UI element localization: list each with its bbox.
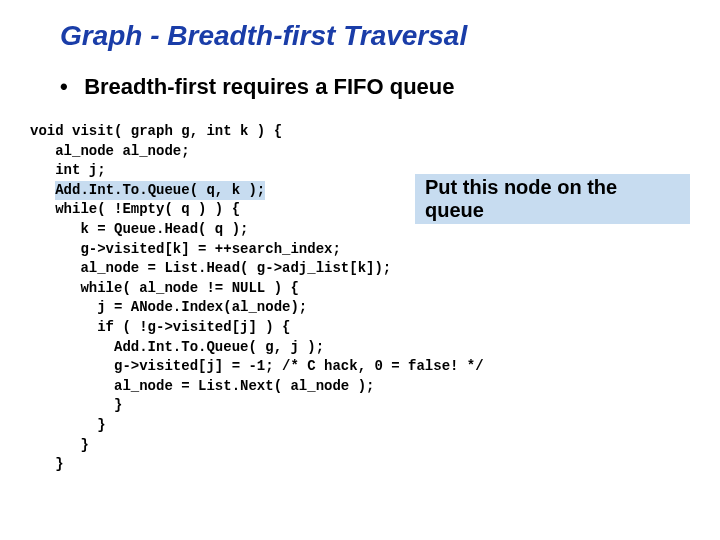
code-line: } bbox=[30, 456, 64, 472]
code-line: void visit( graph g, int k ) { bbox=[30, 123, 282, 139]
code-line-indent bbox=[30, 182, 55, 198]
bullet-item: • Breadth-first requires a FIFO queue bbox=[60, 74, 690, 100]
bullet-dot: • bbox=[60, 74, 78, 100]
code-line: j = ANode.Index(al_node); bbox=[30, 299, 307, 315]
callout-label: Put this node on the queue bbox=[415, 174, 690, 224]
code-line-highlight: Add.Int.To.Queue( q, k ); bbox=[55, 181, 265, 201]
code-line: int j; bbox=[30, 162, 106, 178]
code-line: Add.Int.To.Queue( g, j ); bbox=[30, 339, 324, 355]
slide-title: Graph - Breadth-first Traversal bbox=[60, 20, 690, 52]
code-area: void visit( graph g, int k ) { al_node a… bbox=[30, 122, 690, 475]
code-line: } bbox=[30, 397, 122, 413]
bullet-text: Breadth-first requires a FIFO queue bbox=[84, 74, 454, 99]
code-line: k = Queue.Head( q ); bbox=[30, 221, 248, 237]
code-line: g->visited[j] = -1; /* C hack, 0 = false… bbox=[30, 358, 484, 374]
code-line: while( al_node != NULL ) { bbox=[30, 280, 299, 296]
code-line: al_node al_node; bbox=[30, 143, 190, 159]
code-line: al_node = List.Next( al_node ); bbox=[30, 378, 374, 394]
slide: Graph - Breadth-first Traversal • Breadt… bbox=[0, 0, 720, 540]
code-line: if ( !g->visited[j] ) { bbox=[30, 319, 290, 335]
code-line: g->visited[k] = ++search_index; bbox=[30, 241, 341, 257]
code-line: while( !Empty( q ) ) { bbox=[30, 201, 240, 217]
code-line: } bbox=[30, 417, 106, 433]
code-line: } bbox=[30, 437, 89, 453]
code-line: al_node = List.Head( g->adj_list[k]); bbox=[30, 260, 391, 276]
